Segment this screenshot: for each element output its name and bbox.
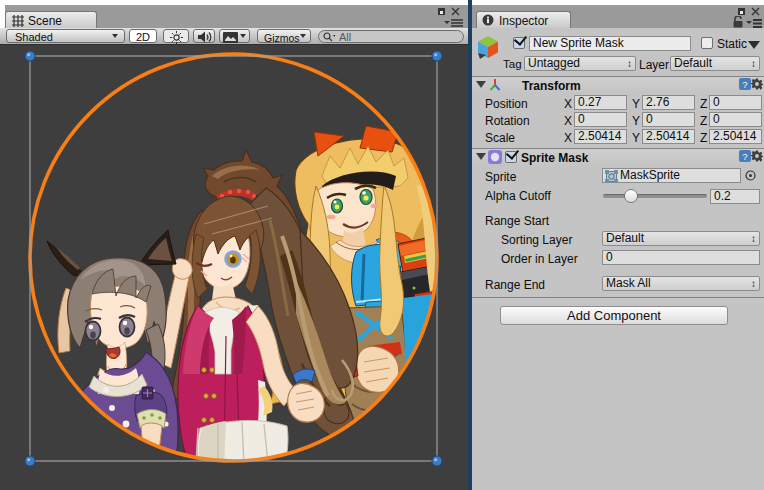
svg-text:?: ? xyxy=(742,152,747,162)
svg-text:?: ? xyxy=(742,80,747,90)
